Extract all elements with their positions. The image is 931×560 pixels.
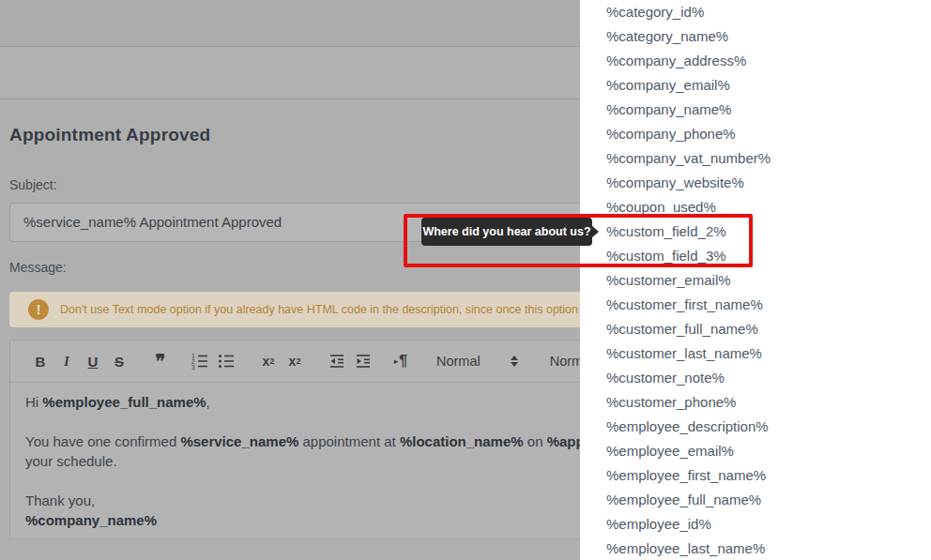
placeholder-item[interactable]: %company_phone% bbox=[580, 122, 931, 146]
subscript-button[interactable]: x2 bbox=[255, 348, 282, 374]
placeholder-item[interactable]: %employee_first_name% bbox=[580, 463, 931, 488]
placeholder-item[interactable]: %customer_last_name% bbox=[580, 341, 931, 366]
placeholder-item[interactable]: %custom_field_2% bbox=[580, 219, 931, 244]
placeholders-panel: %category_id%%category_name%%company_add… bbox=[580, 0, 931, 560]
placeholder-item[interactable]: %category_name% bbox=[580, 24, 931, 49]
superscript-button[interactable]: x2 bbox=[282, 348, 308, 374]
page-title: Appointment Approved bbox=[9, 125, 210, 145]
placeholder-item[interactable]: %employee_id% bbox=[580, 512, 931, 537]
text-direction-button[interactable]: ▸¶ bbox=[388, 348, 414, 374]
placeholder-item[interactable]: %customer_first_name% bbox=[580, 293, 931, 317]
warning-text: Don't use Text mode option if you alread… bbox=[60, 303, 634, 316]
placeholder-item[interactable]: %customer_note% bbox=[580, 366, 931, 390]
placeholder-item[interactable]: %coupon_used% bbox=[580, 195, 931, 219]
placeholder-item[interactable]: %company_address% bbox=[580, 49, 931, 73]
blockquote-button[interactable]: ❞ bbox=[147, 348, 174, 374]
placeholder-item[interactable]: %custom_field_3% bbox=[580, 244, 931, 268]
underline-button[interactable]: U bbox=[80, 348, 106, 374]
ordered-list-button[interactable]: 123 bbox=[187, 348, 213, 374]
indent-button[interactable] bbox=[350, 348, 376, 374]
placeholder-item[interactable]: %employee_description% bbox=[580, 415, 931, 439]
bold-button[interactable]: B bbox=[27, 348, 53, 374]
placeholder-item[interactable]: %customer_email% bbox=[580, 268, 931, 293]
picker-updown-icon bbox=[511, 356, 518, 367]
custom-field-tooltip: Where did you hear about us? bbox=[421, 218, 592, 246]
placeholder-item[interactable]: %company_website% bbox=[580, 171, 931, 195]
format-picker[interactable]: Normal bbox=[436, 354, 518, 369]
placeholder-item[interactable]: %employee_last_name% bbox=[580, 537, 931, 560]
bullet-list-button[interactable] bbox=[213, 348, 239, 374]
italic-button[interactable]: I bbox=[53, 348, 80, 374]
message-label: Message: bbox=[9, 260, 67, 275]
subject-label: Subject: bbox=[9, 177, 57, 192]
placeholder-item[interactable]: %company_name% bbox=[580, 98, 931, 122]
placeholder-item[interactable]: %employee_full_name% bbox=[580, 488, 931, 512]
placeholder-item[interactable]: %company_vat_number% bbox=[580, 146, 931, 171]
email-notification-settings-screen: Appointment Approved Subject: %service_n… bbox=[0, 0, 931, 560]
placeholder-item[interactable]: %employee_email% bbox=[580, 439, 931, 463]
placeholder-item[interactable]: %customer_full_name% bbox=[580, 317, 931, 341]
tooltip-text: Where did you hear about us? bbox=[422, 225, 590, 238]
svg-text:3: 3 bbox=[191, 364, 195, 371]
placeholder-item[interactable]: %category_id% bbox=[580, 0, 931, 24]
exclamation-circle-icon: ! bbox=[28, 299, 49, 320]
placeholder-item[interactable]: %customer_phone% bbox=[580, 390, 931, 415]
outdent-button[interactable] bbox=[324, 348, 350, 374]
tooltip-arrow-icon bbox=[591, 225, 599, 238]
strikethrough-button[interactable]: S bbox=[106, 348, 132, 374]
placeholder-item[interactable]: %company_email% bbox=[580, 73, 931, 98]
